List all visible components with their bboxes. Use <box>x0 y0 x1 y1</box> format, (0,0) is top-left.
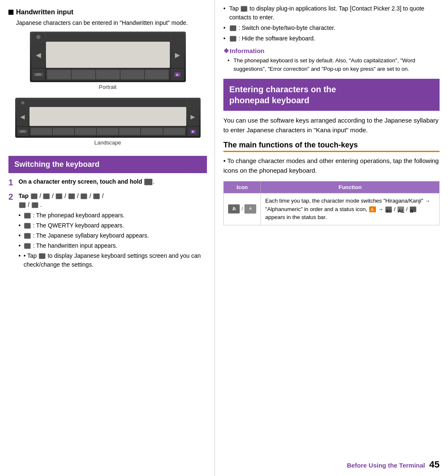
step1-bold: On a character entry screen, touch and h… <box>19 178 142 185</box>
step1-content: On a character entry screen, touch and h… <box>19 177 207 186</box>
func-icon-a: あ <box>369 206 376 212</box>
table-header-row: Icon Function <box>224 182 440 193</box>
footer-text: Before Using the Terminal <box>347 462 425 469</box>
bullet4-icon <box>24 243 31 249</box>
func-icon-au: au <box>385 206 392 212</box>
step2-icon6 <box>93 193 100 199</box>
step2-bullet3: : The Japanese syllabary keyboard appear… <box>19 231 207 240</box>
entering-body: You can use the software keys arranged a… <box>223 116 440 135</box>
page-footer: Before Using the Terminal 45 <box>347 459 440 470</box>
step2-content: Tap / / / / / / / . : The phonepad keybo… <box>19 192 207 270</box>
step2-slash7: / <box>28 201 31 208</box>
step2-icon4 <box>68 193 75 199</box>
step2-slash1: / <box>40 193 43 199</box>
step2-icon8 <box>32 202 38 208</box>
step1-row: 1 On a character entry screen, touch and… <box>8 177 207 187</box>
top-bullet3: : Hide the software keyboard. <box>223 34 440 43</box>
step2-icon2 <box>43 193 50 199</box>
step2-slash2: / <box>52 193 55 199</box>
step2-slash3: / <box>64 193 68 199</box>
right-column: Tap to display plug-in applications list… <box>215 0 448 476</box>
portrait-keyboard-image: ◀ ▶ 123 <box>30 32 186 82</box>
step2-bullet5: • Tap to display Japanese keyboard setti… <box>19 251 207 269</box>
entering-header-line2: phonepad keyboard <box>229 96 309 105</box>
portrait-label: Portrait <box>99 84 117 90</box>
portrait-keyboard-container: ◀ ▶ 123 <box>8 32 207 94</box>
main-functions-body: • To change character modes and other en… <box>223 156 440 175</box>
information-body: The phonepad keyboard is set by default.… <box>223 56 440 73</box>
step2-bullets: : The phonepad keyboard appears. : The Q… <box>19 211 207 269</box>
icon-pair: あ / A <box>228 204 256 214</box>
step2-row: 2 Tap / / / / / / / . : The phonepad key… <box>8 192 207 270</box>
footer-page: 45 <box>429 459 440 470</box>
func-icon-a2: a <box>410 206 416 212</box>
table-header-function: Function <box>261 182 440 193</box>
functions-table: Icon Function あ / A <box>223 181 440 225</box>
top-bullet1-icon <box>241 6 247 12</box>
step2-slash5: / <box>89 193 93 199</box>
top-bullet2-icon <box>230 25 236 31</box>
func-icon-al: AL <box>397 206 404 212</box>
step1-icon <box>144 179 153 185</box>
information-bullets: The phonepad keyboard is set by default.… <box>228 56 440 73</box>
bullet2-icon <box>24 223 31 229</box>
table-cell-icon: あ / A <box>224 193 261 225</box>
bullet5-icon <box>39 253 46 259</box>
black-square-icon <box>8 10 13 15</box>
landscape-label: Landscape <box>94 139 121 146</box>
landscape-keyboard-container: ◀ ▶ 123 <box>8 98 207 150</box>
step2-bullet4: : The handwritten input appears. <box>19 241 207 250</box>
entering-header: Entering characters on the phonepad keyb… <box>223 79 440 111</box>
table-cell-function: Each time you tap, the character mode sw… <box>261 193 440 225</box>
information-section: Information The phonepad keyboard is set… <box>223 47 440 73</box>
bullet3-icon <box>24 233 31 239</box>
step2-bold: Tap <box>19 193 29 199</box>
step2-number: 2 <box>8 192 19 202</box>
step2-slash6: / <box>102 193 104 199</box>
entering-header-line1: Entering characters on the <box>229 85 336 94</box>
icon-large-2: A <box>244 204 256 214</box>
main-functions-heading: The main functions of the touch-keys <box>223 141 440 152</box>
step1-number: 1 <box>8 177 19 187</box>
step1-suffix: . <box>153 178 155 185</box>
top-bullet1: Tap to display plug-in applications list… <box>223 4 440 22</box>
section-handwritten-heading: Handwritten input <box>8 8 207 16</box>
step2-icon1 <box>31 193 38 199</box>
landscape-keyboard-image: ◀ ▶ 123 <box>15 98 201 138</box>
step2-slash4: / <box>77 193 80 199</box>
step2-bullet2: : The QWERTY keyboard appears. <box>19 221 207 230</box>
step2-icon7 <box>19 202 26 208</box>
handwritten-body: Japanese characters can be entered in "H… <box>16 19 207 27</box>
table-row: あ / A Each time you tap, the character m… <box>224 193 440 225</box>
step2-suffix: . <box>40 201 42 208</box>
top-bullet3-icon <box>230 36 236 42</box>
left-column: Handwritten input Japanese characters ca… <box>0 0 215 476</box>
top-bullets: Tap to display plug-in applications list… <box>223 4 440 43</box>
icon-large-1: あ <box>228 204 240 214</box>
icon-slash: / <box>241 205 243 213</box>
handwritten-title: Handwritten input <box>16 8 73 16</box>
information-title: Information <box>223 47 440 55</box>
table-header-icon: Icon <box>224 182 261 193</box>
step2-icon5 <box>80 193 87 199</box>
step2-bullet1: : The phonepad keyboard appears. <box>19 211 207 220</box>
information-bullet1: The phonepad keyboard is set by default.… <box>228 56 440 73</box>
top-bullet2: : Switch one-byte/two-byte character. <box>223 24 440 32</box>
switching-keyboard-header: Switching the keyboard <box>8 156 207 173</box>
bullet1-icon <box>24 213 31 219</box>
step2-icon3 <box>56 193 62 199</box>
